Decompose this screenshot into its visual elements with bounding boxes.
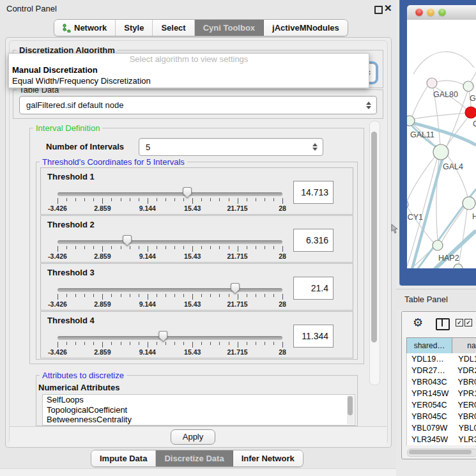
attribute-item[interactable]: TopologicalCoefficient: [43, 405, 355, 415]
slider-thumb[interactable]: [231, 283, 240, 294]
checkbox-icon[interactable]: ✓: [464, 319, 472, 326]
float-window-icon[interactable]: [374, 6, 383, 14]
scrollbar-thumb[interactable]: [348, 396, 353, 415]
network-edge[interactable]: [459, 210, 467, 264]
slider-thumb[interactable]: [183, 187, 192, 198]
columns-icon[interactable]: [436, 318, 450, 330]
network-edge[interactable]: [413, 52, 474, 74]
tab-jactivemnodules[interactable]: jActiveMNodules: [264, 20, 348, 36]
table-row[interactable]: YBL079WYBL0: [407, 422, 476, 434]
attribute-item[interactable]: BetweennessCentrality: [43, 415, 355, 425]
algorithm-option[interactable]: Manual Discretization: [9, 65, 369, 75]
top-tab-bar: NetworkStyleSelectCyni ToolboxjActiveMNo…: [54, 19, 348, 36]
zoom-traffic-light[interactable]: [438, 8, 446, 16]
tick-mark: [102, 246, 103, 252]
scrollbar-thumb[interactable]: [371, 132, 377, 342]
tab-impute-data[interactable]: Impute Data: [91, 450, 156, 466]
tick-mark: [75, 198, 76, 201]
threshold-value-field[interactable]: 14.713: [293, 181, 334, 204]
scrollbar-thumb[interactable]: [409, 450, 472, 454]
tab-label: Discretize Data: [164, 454, 224, 463]
algorithm-option[interactable]: Equal Width/Frequency Discretization: [9, 75, 369, 86]
table-row[interactable]: YBR043CYBR0: [407, 376, 476, 388]
network-node-g[interactable]: [463, 81, 473, 91]
network-edge[interactable]: [447, 118, 468, 146]
scale-label: 9.144: [139, 204, 156, 212]
mouse-cursor: [391, 224, 398, 234]
network-canvas[interactable]: GAL80GCGAL11GAL4GCY1HHAP2: [407, 20, 476, 268]
minimize-traffic-light[interactable]: [427, 8, 434, 16]
slider-track[interactable]: [58, 240, 282, 244]
combo-arrows-icon: [310, 143, 320, 151]
tab-discretize-data[interactable]: Discretize Data: [156, 450, 233, 466]
network-edge[interactable]: [412, 86, 427, 116]
tab-infer-network[interactable]: Infer Network: [233, 450, 303, 466]
scale-label: 9.144: [139, 300, 156, 308]
gear-icon[interactable]: ⚙: [413, 316, 423, 330]
scale-label: -3.426: [48, 348, 67, 356]
slider-track[interactable]: [58, 288, 282, 292]
numerical-attributes-list[interactable]: SelfLoopsTopologicalCoefficientBetweenne…: [42, 394, 355, 426]
thumb-face: [231, 284, 239, 293]
network-window-titlebar[interactable]: [407, 5, 476, 20]
slider-thumb[interactable]: [123, 235, 132, 246]
network-node-gal4[interactable]: [433, 144, 449, 160]
tick-mark: [282, 246, 283, 252]
tick-mark: [229, 294, 229, 297]
panel-vertical-scrollbar[interactable]: [369, 121, 380, 385]
network-edge[interactable]: [407, 157, 434, 201]
table-horizontal-scrollbar[interactable]: [407, 449, 476, 457]
tick-mark: [219, 246, 220, 249]
checkbox-icon[interactable]: ✓: [456, 319, 463, 326]
table-panel-title: Table Panel: [404, 295, 448, 304]
network-node-gal80[interactable]: [427, 78, 437, 88]
attribute-item[interactable]: SelfLoops: [43, 395, 355, 405]
network-edge[interactable]: [415, 113, 465, 119]
table-row[interactable]: YER054CYER0: [407, 399, 476, 411]
column-header-shared[interactable]: shared…: [406, 337, 452, 354]
network-edge[interactable]: [471, 72, 476, 81]
slider-thumb[interactable]: [158, 331, 167, 342]
number-of-intervals-combobox[interactable]: 5: [139, 138, 323, 156]
slider-ticks: [58, 342, 282, 348]
slider-track[interactable]: [58, 336, 282, 340]
tick-mark: [84, 198, 85, 201]
column-header-name[interactable]: na: [452, 337, 476, 354]
threshold-value-field[interactable]: 11.344: [293, 325, 334, 348]
tab-cyni-toolbox[interactable]: Cyni Toolbox: [195, 20, 264, 36]
close-traffic-light[interactable]: [415, 8, 423, 16]
table-row[interactable]: YLR345WYLR3: [407, 434, 476, 445]
network-node-c[interactable]: [465, 107, 476, 118]
apply-button[interactable]: Apply: [171, 429, 215, 445]
table-data-combobox[interactable]: galFiltered.sif default node: [19, 96, 377, 114]
network-node-gal11[interactable]: [407, 116, 415, 126]
tab-network[interactable]: Network: [54, 20, 116, 36]
bottom-strip: [0, 468, 396, 476]
attributes-group-title: Attributes to discretize: [40, 371, 127, 380]
tick-mark: [157, 246, 157, 249]
tick-mark: [102, 294, 103, 300]
table-row[interactable]: YBR045CYBR0: [407, 411, 476, 422]
tab-style[interactable]: Style: [116, 20, 153, 36]
tick-mark: [75, 342, 76, 345]
table-row[interactable]: YDL19…YDL1: [407, 353, 476, 365]
network-edge[interactable]: [442, 208, 464, 242]
table-row[interactable]: YDR27…YDR2: [407, 365, 476, 376]
close-icon[interactable]: ✕: [384, 3, 392, 14]
network-node-gcy1[interactable]: [407, 200, 408, 209]
table-row[interactable]: YPR145WYPR1: [407, 388, 476, 399]
network-node-hap2[interactable]: [433, 240, 443, 250]
network-graph: GAL80GCGAL11GAL4GCY1HHAP2: [407, 20, 476, 268]
threshold-value-field[interactable]: 21.4: [293, 277, 334, 300]
tab-select[interactable]: Select: [153, 20, 194, 36]
tick-mark: [157, 198, 157, 201]
network-edge[interactable]: [437, 81, 464, 85]
tab-label: Network: [74, 23, 107, 33]
attributes-scrollbar[interactable]: [347, 395, 354, 424]
slider-track[interactable]: [58, 192, 282, 196]
network-node-partial[interactable]: [454, 264, 463, 268]
threshold-value-field[interactable]: 6.316: [293, 229, 334, 252]
network-node-h[interactable]: [463, 197, 475, 210]
tick-mark: [130, 246, 130, 249]
scale-label: 15.43: [184, 252, 201, 260]
